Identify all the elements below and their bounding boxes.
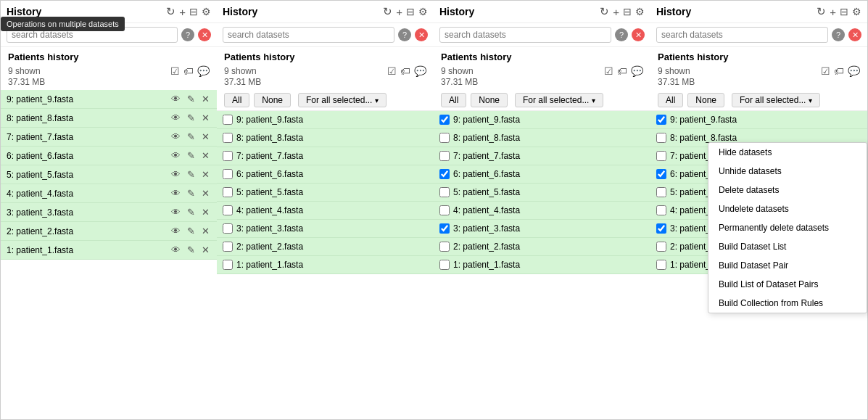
dataset-checkbox[interactable]	[439, 223, 450, 234]
view-dataset-icon[interactable]: 👁	[170, 131, 182, 142]
dropdown-menu-item[interactable]: Build List of Dataset Pairs	[708, 275, 867, 294]
comment-icon[interactable]: 💬	[631, 65, 643, 77]
gear-icon[interactable]: ⚙	[418, 6, 428, 17]
dataset-checkbox[interactable]	[223, 223, 233, 234]
select-none-button[interactable]: None	[254, 93, 291, 107]
dataset-checkbox[interactable]	[656, 260, 666, 270]
help-icon[interactable]: ?	[832, 28, 845, 41]
select-none-button[interactable]: None	[687, 93, 724, 107]
delete-dataset-icon[interactable]: ✕	[200, 150, 211, 161]
select-all-checkbox-icon[interactable]: ☑	[821, 65, 830, 77]
close-search-icon[interactable]: ✕	[198, 28, 211, 41]
dataset-checkbox[interactable]	[223, 133, 233, 143]
select-all-checkbox-icon[interactable]: ☑	[170, 65, 180, 77]
for-all-selected-button[interactable]: For all selected...▾	[298, 93, 387, 107]
columns-icon[interactable]: ⊟	[189, 6, 198, 17]
for-all-selected-button[interactable]: For all selected...▾	[732, 93, 820, 107]
dataset-checkbox[interactable]	[439, 260, 450, 270]
delete-dataset-icon[interactable]: ✕	[200, 131, 211, 142]
view-dataset-icon[interactable]: 👁	[170, 112, 182, 123]
dropdown-menu-item[interactable]: Build Collection from Rules	[708, 294, 867, 313]
comment-icon[interactable]: 💬	[197, 65, 210, 77]
dataset-checkbox[interactable]	[656, 133, 666, 143]
dataset-checkbox[interactable]	[656, 205, 666, 215]
select-all-button[interactable]: All	[224, 93, 249, 107]
columns-icon[interactable]: ⊟	[406, 6, 415, 17]
dataset-checkbox[interactable]	[656, 187, 666, 197]
view-dataset-icon[interactable]: 👁	[170, 226, 182, 236]
add-icon[interactable]: +	[396, 6, 402, 18]
dropdown-menu-item[interactable]: Hide datasets	[708, 143, 867, 162]
comment-icon[interactable]: 💬	[414, 65, 426, 77]
dataset-checkbox[interactable]	[223, 242, 233, 252]
dataset-checkbox[interactable]	[439, 151, 450, 161]
dataset-checkbox[interactable]	[439, 115, 450, 125]
edit-dataset-icon[interactable]: ✎	[186, 169, 197, 180]
dataset-checkbox[interactable]	[223, 260, 233, 270]
edit-dataset-icon[interactable]: ✎	[186, 94, 197, 104]
dropdown-menu-item[interactable]: Build Dataset Pair	[708, 256, 867, 275]
delete-dataset-icon[interactable]: ✕	[200, 226, 211, 236]
search-input[interactable]	[656, 27, 828, 43]
dataset-checkbox[interactable]	[439, 133, 450, 143]
view-dataset-icon[interactable]: 👁	[170, 150, 182, 161]
dataset-checkbox[interactable]	[656, 151, 666, 161]
dataset-checkbox[interactable]	[223, 205, 233, 215]
gear-icon[interactable]: ⚙	[202, 6, 211, 17]
columns-icon[interactable]: ⊟	[840, 6, 848, 17]
dropdown-menu-item[interactable]: Unhide datasets	[708, 162, 867, 181]
select-none-button[interactable]: None	[471, 93, 508, 107]
add-icon[interactable]: +	[613, 6, 619, 18]
gear-icon[interactable]: ⚙	[852, 6, 861, 17]
search-input[interactable]	[439, 27, 611, 43]
dataset-checkbox[interactable]	[223, 115, 233, 125]
dataset-checkbox[interactable]	[439, 205, 450, 215]
refresh-icon[interactable]: ↻	[383, 5, 392, 18]
edit-dataset-icon[interactable]: ✎	[186, 150, 197, 161]
help-icon[interactable]: ?	[398, 28, 411, 41]
columns-icon[interactable]: ⊟	[623, 6, 632, 17]
help-icon[interactable]: ?	[181, 28, 194, 41]
view-dataset-icon[interactable]: 👁	[170, 94, 182, 104]
close-search-icon[interactable]: ✕	[848, 28, 861, 41]
delete-dataset-icon[interactable]: ✕	[200, 207, 211, 218]
dataset-checkbox[interactable]	[439, 242, 450, 252]
gear-icon[interactable]: ⚙	[635, 6, 645, 17]
dataset-checkbox[interactable]	[656, 115, 666, 125]
close-search-icon[interactable]: ✕	[415, 28, 428, 41]
select-all-button[interactable]: All	[658, 93, 683, 107]
edit-dataset-icon[interactable]: ✎	[186, 112, 197, 123]
edit-dataset-icon[interactable]: ✎	[186, 207, 197, 218]
tag-icon[interactable]: 🏷	[834, 65, 844, 77]
select-all-button[interactable]: All	[441, 93, 466, 107]
delete-dataset-icon[interactable]: ✕	[200, 188, 211, 199]
refresh-icon[interactable]: ↻	[600, 5, 609, 18]
tag-icon[interactable]: 🏷	[183, 65, 194, 77]
tag-icon[interactable]: 🏷	[617, 65, 627, 77]
dataset-checkbox[interactable]	[439, 169, 450, 179]
select-all-checkbox-icon[interactable]: ☑	[387, 65, 397, 77]
edit-dataset-icon[interactable]: ✎	[186, 131, 197, 142]
edit-dataset-icon[interactable]: ✎	[186, 226, 197, 236]
dropdown-menu-item[interactable]: Undelete datasets	[708, 199, 867, 218]
edit-dataset-icon[interactable]: ✎	[186, 188, 197, 199]
delete-dataset-icon[interactable]: ✕	[200, 112, 211, 123]
dropdown-menu-item[interactable]: Delete datasets	[708, 181, 867, 199]
add-icon[interactable]: +	[830, 6, 836, 18]
search-input[interactable]	[223, 27, 394, 43]
view-dataset-icon[interactable]: 👁	[170, 244, 182, 255]
for-all-selected-button[interactable]: For all selected...▾	[515, 93, 603, 107]
dataset-checkbox[interactable]	[439, 187, 450, 197]
close-search-icon[interactable]: ✕	[632, 28, 645, 41]
delete-dataset-icon[interactable]: ✕	[200, 94, 211, 104]
delete-dataset-icon[interactable]: ✕	[200, 244, 211, 255]
select-all-checkbox-icon[interactable]: ☑	[604, 65, 613, 77]
view-dataset-icon[interactable]: 👁	[170, 169, 182, 180]
dropdown-menu-item[interactable]: Build Dataset List	[708, 237, 867, 256]
add-icon[interactable]: +	[179, 6, 186, 18]
tag-icon[interactable]: 🏷	[400, 65, 410, 77]
dataset-checkbox[interactable]	[223, 151, 233, 161]
edit-dataset-icon[interactable]: ✎	[186, 244, 197, 255]
comment-icon[interactable]: 💬	[848, 65, 860, 77]
refresh-icon[interactable]: ↻	[166, 5, 175, 18]
